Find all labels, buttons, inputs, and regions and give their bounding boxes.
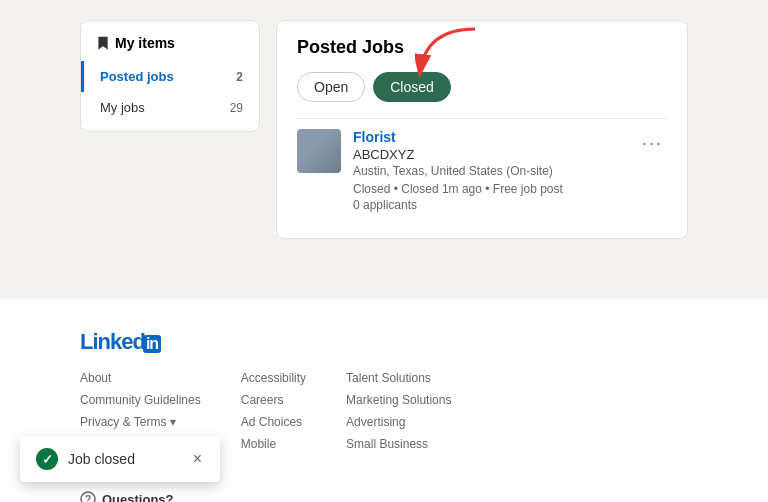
posted-jobs-panel: Posted Jobs Open Closed Florist ABCDXYZ …: [276, 20, 688, 239]
footer-col-3: Talent Solutions Marketing Solutions Adv…: [346, 371, 451, 451]
job-card: Florist ABCDXYZ Austin, Texas, United St…: [297, 118, 667, 222]
sidebar-item-label: My jobs: [100, 100, 145, 115]
job-location: Austin, Texas, United States (On-site): [353, 164, 626, 178]
more-options-button[interactable]: ···: [638, 129, 667, 158]
sidebar: My items Posted jobs 2 My jobs 29: [80, 20, 260, 132]
footer-link-marketing[interactable]: Marketing Solutions: [346, 393, 451, 407]
footer-link-accessibility[interactable]: Accessibility: [241, 371, 306, 385]
footer-link-about[interactable]: About: [80, 371, 201, 385]
svg-text:?: ?: [85, 494, 91, 502]
company-logo: [297, 129, 341, 173]
company-logo-inner: [297, 129, 341, 173]
tab-row: Open Closed: [297, 72, 667, 102]
linkedin-badge: in: [143, 335, 161, 353]
sidebar-item-label: Posted jobs: [100, 69, 174, 84]
footer-link-advertising[interactable]: Advertising: [346, 415, 451, 429]
bookmark-icon: [97, 36, 109, 50]
sidebar-my-jobs-count: 29: [230, 101, 243, 115]
help-icon: ?: [80, 491, 96, 502]
footer-link-smallbiz[interactable]: Small Business: [346, 437, 451, 451]
sidebar-posted-jobs-count: 2: [236, 70, 243, 84]
linkedin-logo: Linkedin: [80, 329, 688, 355]
footer-col-2: Accessibility Careers Ad Choices Mobile: [241, 371, 306, 451]
questions-label: Questions?: [102, 492, 174, 503]
footer-link-privacy[interactable]: Privacy & Terms ▾: [80, 415, 201, 429]
footer-link-mobile[interactable]: Mobile: [241, 437, 306, 451]
linkedin-wordmark: Linkedin: [80, 329, 161, 354]
footer-link-adchoices[interactable]: Ad Choices: [241, 415, 306, 429]
footer-link-careers[interactable]: Careers: [241, 393, 306, 407]
tab-closed[interactable]: Closed: [373, 72, 451, 102]
toast-close-button[interactable]: ×: [191, 448, 204, 470]
toast-check-icon: [36, 448, 58, 470]
job-applicants: 0 applicants: [353, 198, 626, 212]
sidebar-item-posted-jobs[interactable]: Posted jobs 2: [81, 61, 259, 92]
sidebar-header: My items: [81, 21, 259, 61]
footer-col-questions: ? Questions? Visit our Help Center. Mana…: [80, 491, 282, 502]
footer-link-community[interactable]: Community Guidelines: [80, 393, 201, 407]
company-name: ABCDXYZ: [353, 147, 626, 162]
job-info: Florist ABCDXYZ Austin, Texas, United St…: [353, 129, 626, 212]
questions-header: ? Questions?: [80, 491, 282, 502]
job-title-link[interactable]: Florist: [353, 129, 626, 145]
tab-open[interactable]: Open: [297, 72, 365, 102]
footer-link-talent[interactable]: Talent Solutions: [346, 371, 451, 385]
panel-title: Posted Jobs: [297, 37, 667, 58]
toast-notification: Job closed ×: [20, 436, 220, 482]
toast-message: Job closed: [68, 451, 181, 467]
sidebar-item-my-jobs[interactable]: My jobs 29: [81, 92, 259, 123]
job-status: Closed • Closed 1m ago • Free job post: [353, 182, 626, 196]
sidebar-title: My items: [115, 35, 175, 51]
